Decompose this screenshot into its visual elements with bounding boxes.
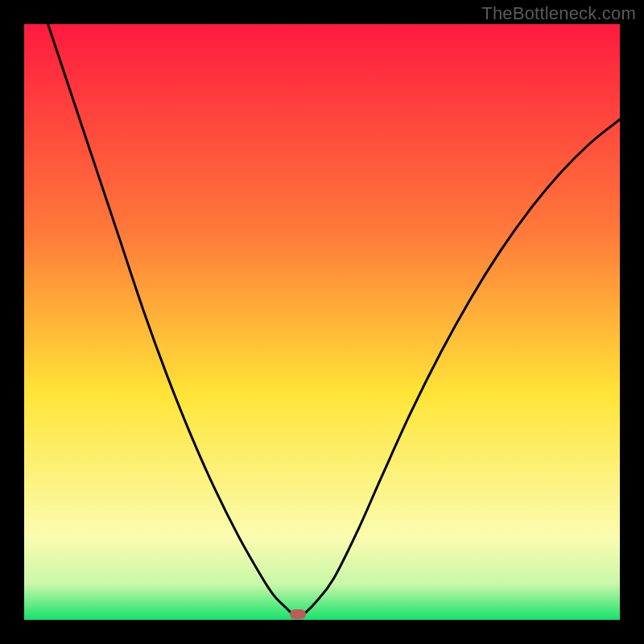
chart-frame: TheBottleneck.com <box>0 0 644 644</box>
watermark-text: TheBottleneck.com <box>481 3 636 24</box>
minimum-marker <box>290 609 306 619</box>
plot-area <box>24 24 620 620</box>
bottleneck-curve <box>24 24 620 620</box>
